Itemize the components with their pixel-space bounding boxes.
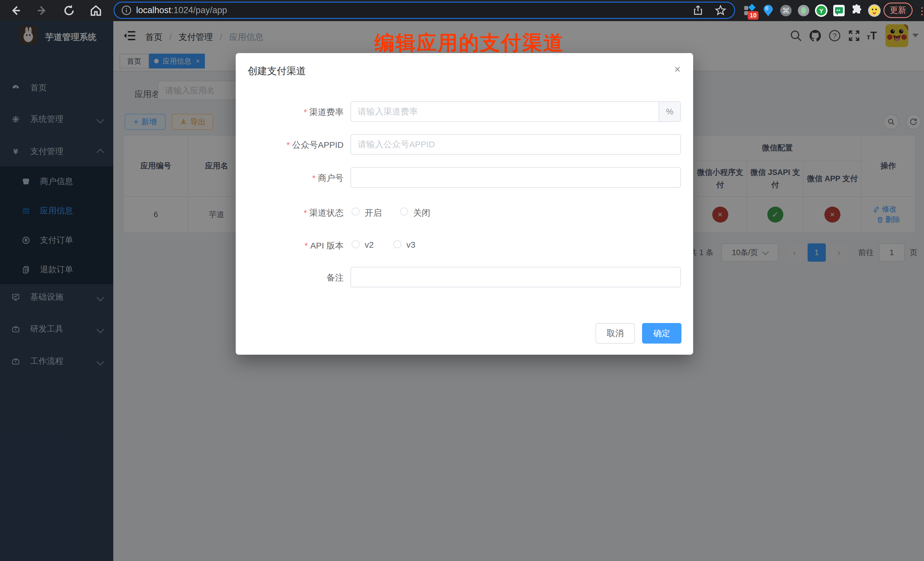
rate-suffix: % <box>659 101 681 122</box>
site-info-icon[interactable] <box>121 4 132 16</box>
appid-label: 公众号APPID <box>241 139 344 151</box>
annotation-text: 编辑应用的支付渠道 <box>374 30 564 57</box>
api-v3-label[interactable]: v3 <box>406 240 416 250</box>
extension-icon-6[interactable] <box>832 4 846 17</box>
extension-icon-5[interactable]: Y <box>814 4 828 17</box>
browser-back-icon[interactable] <box>9 4 22 17</box>
extension-icon-2[interactable] <box>761 4 775 17</box>
share-icon[interactable] <box>692 4 704 16</box>
api-v2-label[interactable]: v2 <box>365 240 374 250</box>
status-on-radio[interactable] <box>352 207 360 216</box>
cancel-button[interactable]: 取消 <box>596 323 635 344</box>
dialog-close-icon[interactable]: × <box>674 63 681 76</box>
remark-label: 备注 <box>241 272 344 284</box>
url-host: localhost <box>136 5 171 15</box>
confirm-button[interactable]: 确定 <box>642 323 681 344</box>
remark-input[interactable] <box>350 267 681 287</box>
extension-icon-1[interactable]: 10 <box>742 4 756 17</box>
url-path: :1024/pay/app <box>171 5 227 15</box>
url-text: localhost:1024/pay/app <box>136 5 227 15</box>
create-pay-channel-dialog: 创建支付渠道 × 渠道费率 % 公众号APPID 商户号 渠道状态 开启 关闭 … <box>236 53 693 355</box>
svg-text:⌘: ⌘ <box>782 7 790 15</box>
merchant-input[interactable] <box>350 167 681 188</box>
rate-label: 渠道费率 <box>241 106 344 118</box>
profile-avatar-icon[interactable] <box>867 4 881 17</box>
bookmark-star-icon[interactable] <box>714 4 727 16</box>
update-browser-button[interactable]: 更新 <box>884 3 913 18</box>
merchant-label: 商户号 <box>241 172 344 184</box>
api-v2-radio[interactable] <box>352 240 360 248</box>
browser-reload-icon[interactable] <box>62 4 76 17</box>
api-v3-radio[interactable] <box>393 240 401 248</box>
status-label: 渠道状态 <box>241 207 344 219</box>
rate-input[interactable] <box>350 101 659 122</box>
browser-chrome: localhost:1024/pay/app 10 ⌘ Y 更新 ⋮ <box>0 0 924 21</box>
browser-forward-icon[interactable] <box>35 4 49 17</box>
status-off-label[interactable]: 关闭 <box>413 207 430 219</box>
extensions-puzzle-icon[interactable] <box>850 4 864 17</box>
appid-input[interactable] <box>350 134 681 154</box>
extension-badge: 10 <box>748 11 759 20</box>
svg-text:Y: Y <box>819 8 824 15</box>
browser-menu-dots-icon[interactable]: ⋮ <box>917 5 924 16</box>
address-bar[interactable]: localhost:1024/pay/app <box>114 2 735 19</box>
dialog-title: 创建支付渠道 <box>248 64 306 78</box>
status-off-radio[interactable] <box>400 207 408 216</box>
extension-icon-4[interactable] <box>797 4 810 17</box>
browser-home-icon[interactable] <box>89 4 103 17</box>
api-version-label: API 版本 <box>241 240 344 252</box>
extension-icon-3[interactable]: ⌘ <box>779 4 793 17</box>
status-on-label[interactable]: 开启 <box>365 207 382 219</box>
